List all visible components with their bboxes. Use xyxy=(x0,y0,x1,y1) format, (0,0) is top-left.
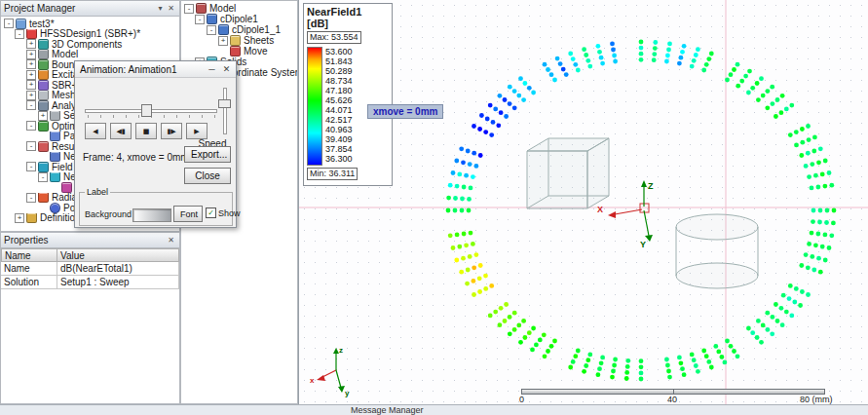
minimize-icon[interactable]: ─ xyxy=(205,64,219,74)
field-legend: NearField1 [dB] Max: 53.554 53.60051.843… xyxy=(303,3,393,186)
report-icon xyxy=(50,152,60,163)
property-value[interactable]: Setup1 : Sweep xyxy=(57,276,179,289)
expander-icon[interactable]: + xyxy=(15,213,24,223)
expander-icon[interactable] xyxy=(38,203,48,212)
speed-slider-thumb[interactable] xyxy=(218,99,231,108)
x-axis-label: X xyxy=(597,205,603,214)
close-icon[interactable]: ✕ xyxy=(219,64,234,74)
expander-icon[interactable]: - xyxy=(26,141,36,151)
db-plot-icon xyxy=(61,182,72,193)
mesh-icon xyxy=(38,91,49,101)
expander-icon[interactable] xyxy=(50,182,59,192)
speed-slider[interactable] xyxy=(217,88,231,134)
pm-item-test3[interactable]: -test3* xyxy=(1,19,179,29)
pm-item-model[interactable]: +Model xyxy=(1,50,179,60)
tree-item-label: Model xyxy=(52,50,78,60)
expander-icon[interactable]: + xyxy=(26,39,36,49)
expander-icon[interactable]: - xyxy=(26,162,36,171)
pm-item-hfssdesign1[interactable]: -HFSSDesign1 (SBR+)* xyxy=(1,29,179,40)
expander-icon[interactable]: + xyxy=(38,111,48,121)
y-axis-label: Y xyxy=(640,240,646,249)
message-manager-title[interactable]: Message Manager xyxy=(351,405,424,415)
radiation-icon xyxy=(38,193,49,204)
project-manager-header[interactable]: Project Manager ▾ ✕ xyxy=(1,1,179,17)
properties-header[interactable]: Properties ✕ xyxy=(1,233,179,248)
tree-item-label: cDipole1 xyxy=(220,14,258,24)
tree-item-label: test3* xyxy=(29,19,55,29)
expander-icon[interactable]: + xyxy=(26,80,36,90)
sheets-folder-icon xyxy=(230,35,241,46)
table-row[interactable]: Name dB(NearETotal1) xyxy=(1,262,179,276)
property-value[interactable]: dB(NearETotal1) xyxy=(57,262,179,276)
box-geometry[interactable] xyxy=(527,138,609,208)
z-axis-label: Z xyxy=(648,181,654,191)
expander-icon[interactable] xyxy=(38,152,48,162)
mt-item-cdipole1-1[interactable]: -cDipole1_1 xyxy=(181,24,297,35)
column-header: Value xyxy=(57,248,179,262)
project-icon xyxy=(16,19,26,29)
play-forward-button[interactable]: ▶ xyxy=(186,123,208,139)
frame-slider-thumb[interactable] xyxy=(141,104,152,117)
animation-variable-label[interactable]: xmove = 0mm xyxy=(367,104,443,119)
legend-unit: [dB] xyxy=(307,18,389,29)
ansys-electronics-desktop: Project Manager ▾ ✕ -test3* -HFSSDesign1… xyxy=(0,0,868,415)
expander-icon[interactable]: - xyxy=(195,15,205,24)
font-button[interactable]: Font xyxy=(173,206,203,222)
show-label: Show xyxy=(218,208,241,218)
animation-dialog-titlebar[interactable]: Animation: Animation1 ─ ✕ xyxy=(75,61,236,78)
expander-icon[interactable]: - xyxy=(207,25,216,35)
expander-icon[interactable]: + xyxy=(26,91,36,100)
tree-item-label: Move xyxy=(244,46,267,57)
checkbox-check-icon: ✓ xyxy=(206,208,216,218)
export-button[interactable]: Export... xyxy=(184,146,231,163)
definitions-folder-icon xyxy=(26,213,37,224)
panel-menu-icon[interactable]: ▾ xyxy=(155,4,166,13)
close-icon[interactable]: ✕ xyxy=(166,4,176,13)
label-group-title: Label xyxy=(85,187,110,197)
expander-icon[interactable]: - xyxy=(38,172,48,182)
mt-item-move[interactable]: Move xyxy=(181,46,297,57)
modeler-viewport[interactable]: Z X Y z x y NearFie xyxy=(298,0,868,404)
nearfield-dot-ring xyxy=(446,40,837,382)
table-row[interactable]: Solution Setup1 : Sweep xyxy=(1,276,179,289)
mt-item-cdipole1[interactable]: -cDipole1 xyxy=(181,14,297,24)
play-reverse-button[interactable]: ◀ xyxy=(85,123,106,139)
mt-item-sheets[interactable]: +Sheets xyxy=(181,35,297,46)
sbr-options-icon xyxy=(38,80,49,91)
model-root-icon xyxy=(196,3,207,14)
expander-icon[interactable]: - xyxy=(26,121,36,131)
expander-icon[interactable]: + xyxy=(218,36,228,46)
hfss-design-icon xyxy=(26,29,37,40)
properties-header-row: Name Value xyxy=(1,248,179,262)
parametric-icon xyxy=(50,132,60,142)
background-color-swatch[interactable] xyxy=(132,208,171,222)
background-label: Background xyxy=(85,209,132,219)
expander-icon[interactable] xyxy=(38,132,48,141)
speed-slider-track[interactable] xyxy=(223,88,227,134)
expander-icon[interactable]: - xyxy=(26,193,36,203)
step-back-button[interactable]: ◀▮ xyxy=(110,123,132,139)
mt-item-model[interactable]: -Model xyxy=(181,3,297,14)
animation-dialog[interactable]: Animation: Animation1 ─ ✕ ◀ ◀▮ ■ ▮▶ ▶ xyxy=(74,60,237,228)
frame-slider[interactable] xyxy=(85,103,217,119)
expander-icon[interactable]: - xyxy=(184,4,194,14)
ruler-label: 80 (mm) xyxy=(800,395,833,404)
expander-icon[interactable]: + xyxy=(26,50,36,59)
expander-icon[interactable]: - xyxy=(26,100,36,110)
show-checkbox[interactable]: ✓ Show xyxy=(206,208,241,218)
close-button[interactable]: Close xyxy=(184,168,231,184)
stop-button[interactable]: ■ xyxy=(135,123,157,139)
step-forward-button[interactable]: ▮▶ xyxy=(161,123,182,139)
expander-icon[interactable] xyxy=(218,47,228,57)
expander-icon[interactable]: - xyxy=(15,29,24,39)
cylinder-geometry[interactable] xyxy=(676,214,758,288)
close-icon[interactable]: ✕ xyxy=(166,236,176,245)
expander-icon[interactable]: + xyxy=(26,59,36,69)
move-cs-icon xyxy=(230,46,241,57)
pm-item-3d-components[interactable]: +3D Components xyxy=(1,39,179,50)
results-icon xyxy=(38,141,49,152)
expander-icon[interactable]: - xyxy=(4,19,14,28)
legend-max: Max: 53.554 xyxy=(307,31,361,44)
expander-icon[interactable]: + xyxy=(26,70,36,80)
model-icon xyxy=(38,50,49,60)
